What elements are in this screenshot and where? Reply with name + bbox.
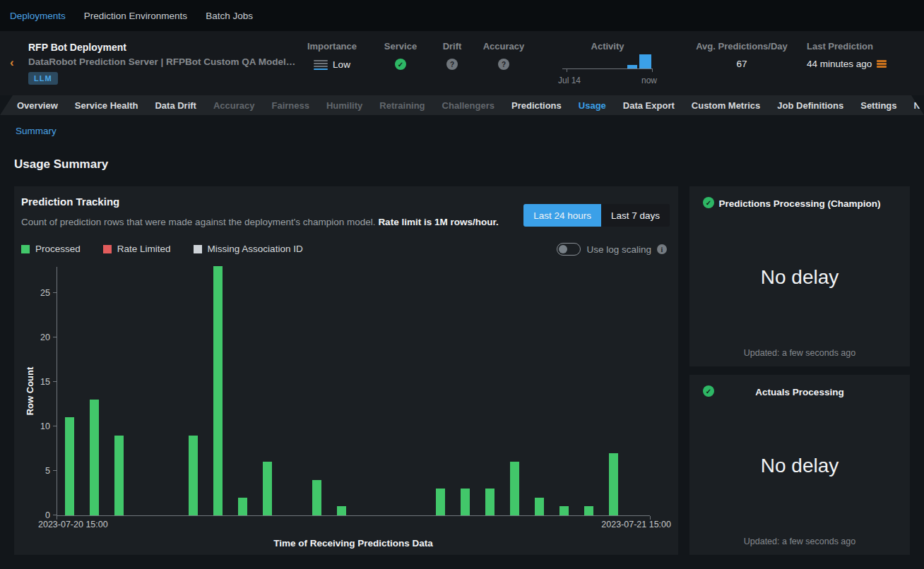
y-tick-label: 25 — [26, 288, 50, 298]
last-24-hours-button[interactable]: Last 24 hours — [523, 204, 601, 227]
chart-bar — [535, 498, 544, 515]
deployment-header: ‹ RFP Bot Deployment DataRobot Predictio… — [0, 31, 924, 95]
app-window: Deployments Prediction Environments Batc… — [0, 0, 924, 569]
top-navigation: Deployments Prediction Environments Batc… — [0, 0, 924, 31]
y-tick-mark — [53, 515, 57, 515]
log-scaling-label: Use log scaling — [586, 244, 651, 255]
activity-sparkline — [562, 54, 653, 73]
nav-item-prediction-environments[interactable]: Prediction Environments — [84, 11, 187, 21]
metric-activity: Activity Jul 14 now — [558, 41, 657, 85]
description-text: Count of prediction rows that were made … — [21, 217, 376, 227]
chart-bar — [65, 417, 74, 515]
chart-bar — [312, 480, 321, 515]
predictions-processing-updated: Updated: a few seconds ago — [689, 348, 910, 358]
chart-legend: Processed Rate Limited Missing Associati… — [21, 244, 303, 254]
toggle-knob — [559, 245, 567, 253]
missing-association-id-swatch-icon — [194, 245, 202, 253]
y-tick-label: 10 — [26, 421, 50, 431]
y-axis-title: Row Count — [25, 367, 35, 416]
predictions-processing-title: Predictions Processing (Champion) — [689, 198, 910, 209]
chart-bar — [609, 453, 618, 515]
legend-missing-association-id-label: Missing Association ID — [208, 244, 303, 254]
deployment-title: RFP Bot Deployment — [28, 42, 126, 53]
y-tick-label: 20 — [26, 333, 50, 342]
metric-drift: Drift ? — [433, 41, 471, 70]
llm-badge: LLM — [28, 72, 58, 85]
importance-value: Low — [333, 59, 350, 70]
actuals-processing-panel: ✓ Actuals Processing No delay Updated: a… — [689, 375, 910, 555]
log-scaling-control: Use log scaling i — [557, 243, 667, 256]
tab-humility: Humility — [326, 100, 362, 111]
activity-label: Activity — [558, 41, 657, 52]
time-range-toggle-group: Last 24 hours Last 7 days — [523, 204, 670, 227]
tab-job-definitions[interactable]: Job Definitions — [777, 100, 843, 111]
tab-data-export[interactable]: Data Export — [623, 100, 675, 111]
chart-bar — [485, 489, 494, 515]
chart-bar — [238, 498, 247, 515]
legend-processed-label: Processed — [35, 244, 81, 254]
actuals-processing-updated: Updated: a few seconds ago — [689, 537, 910, 546]
metric-importance: Importance Low — [305, 41, 359, 71]
tab-settings[interactable]: Settings — [860, 100, 896, 111]
tab-predictions[interactable]: Predictions — [511, 100, 562, 111]
legend-item-processed: Processed — [21, 244, 81, 254]
activity-end-label: now — [641, 76, 657, 85]
nav-item-batch-jobs[interactable]: Batch Jobs — [206, 11, 253, 21]
legend-item-missing-association-id: Missing Association ID — [194, 244, 303, 254]
drift-label: Drift — [433, 41, 471, 52]
info-icon[interactable]: i — [657, 244, 667, 254]
metric-avg-predictions: Avg. Predictions/Day 67 — [689, 41, 795, 69]
tab-fairness: Fairness — [272, 100, 309, 111]
page-title: Usage Summary — [14, 157, 108, 172]
tab-challengers: Challengers — [442, 100, 494, 111]
deployment-subtitle: DataRobot Prediction Server | RFPBot Cus… — [28, 56, 295, 67]
importance-label: Importance — [305, 41, 359, 52]
y-tick-mark — [53, 470, 57, 471]
prediction-tracking-title: Prediction Tracking — [21, 196, 119, 208]
tab-notifications[interactable]: Notifications — [914, 100, 924, 111]
rate-limit-text: Rate limit is 1M rows/hour. — [378, 217, 498, 227]
activity-bar-large — [639, 54, 651, 68]
tab-overview[interactable]: Overview — [17, 100, 58, 111]
log-scaling-toggle[interactable] — [557, 243, 581, 256]
metric-accuracy: Accuracy ? — [480, 41, 528, 70]
metric-service: Service ✓ — [379, 41, 422, 70]
chart-bar — [510, 462, 519, 515]
last-7-days-button[interactable]: Last 7 days — [601, 204, 670, 227]
tab-custom-metrics[interactable]: Custom Metrics — [692, 100, 761, 111]
y-tick-mark — [53, 381, 57, 382]
importance-low-icon — [314, 59, 328, 71]
nav-item-deployments[interactable]: Deployments — [10, 11, 66, 21]
tab-usage[interactable]: Usage — [579, 100, 606, 111]
y-tick-mark — [53, 337, 57, 337]
predictions-processing-panel: ✓ Predictions Processing (Champion) No d… — [689, 186, 910, 366]
avg-predictions-label: Avg. Predictions/Day — [689, 41, 795, 52]
prediction-tracking-card: Prediction Tracking Count of prediction … — [14, 186, 678, 555]
accuracy-label: Accuracy — [480, 41, 528, 52]
chart-bar — [584, 506, 593, 515]
accuracy-unknown-icon[interactable]: ? — [498, 59, 509, 70]
y-tick-mark — [53, 426, 57, 426]
summary-breadcrumb-link[interactable]: Summary — [16, 126, 57, 136]
chart-bar — [436, 489, 445, 515]
avg-predictions-value: 67 — [736, 59, 747, 69]
activity-bar-small — [627, 65, 637, 68]
back-chevron-icon[interactable]: ‹ — [10, 56, 14, 68]
last-prediction-queue-icon[interactable] — [877, 59, 887, 69]
y-tick-label: 5 — [26, 466, 50, 476]
tab-accuracy: Accuracy — [213, 100, 255, 111]
drift-unknown-icon[interactable]: ? — [446, 59, 458, 70]
tab-retraining: Retraining — [379, 100, 425, 111]
y-tick-label: 15 — [26, 377, 50, 387]
x-axis-end-label: 2023-07-21 15:00 — [601, 520, 671, 529]
processed-swatch-icon — [21, 245, 30, 253]
tab-service-health[interactable]: Service Health — [75, 100, 138, 111]
service-label: Service — [379, 41, 422, 52]
y-tick-mark — [53, 292, 57, 293]
actuals-processing-status: No delay — [689, 455, 910, 477]
predictions-processing-status: No delay — [689, 266, 910, 289]
tab-data-drift[interactable]: Data Drift — [155, 100, 196, 111]
last-prediction-value: 44 minutes ago — [807, 59, 872, 69]
service-ok-icon: ✓ — [395, 59, 406, 70]
metric-last-prediction: Last Prediction 44 minutes ago — [807, 41, 899, 69]
